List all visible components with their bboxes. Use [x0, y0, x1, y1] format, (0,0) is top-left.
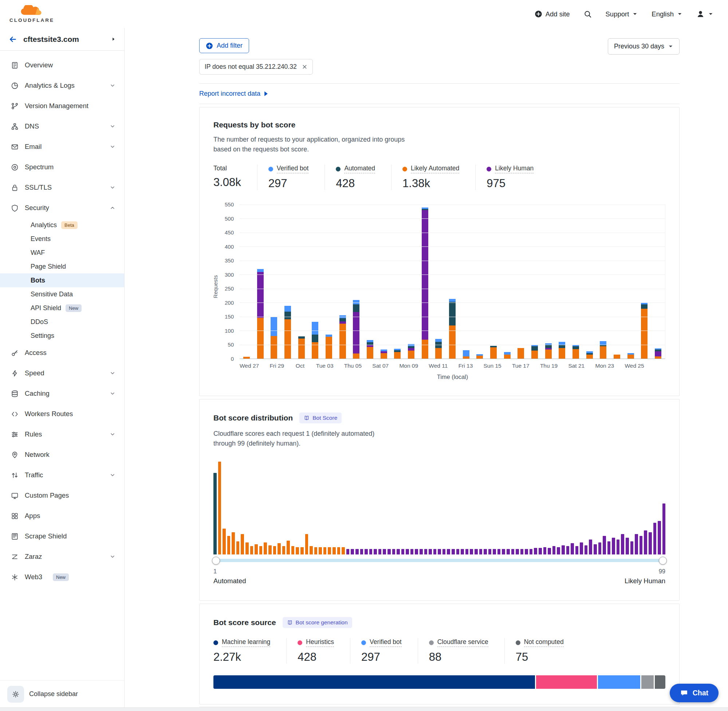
stat-label[interactable]: Automated	[344, 165, 375, 173]
sidebar-item-zaraz[interactable]: Zaraz	[0, 546, 124, 567]
stat-value: 297	[269, 177, 309, 190]
stat-label[interactable]: Verified bot	[277, 165, 309, 173]
histogram-bar	[456, 549, 459, 555]
sidebar-item-speed[interactable]: Speed	[0, 363, 124, 384]
sidebar-item-web3[interactable]: Web3New	[0, 567, 124, 587]
gridline	[240, 246, 665, 247]
sidebar-item-dns[interactable]: DNS	[0, 116, 124, 137]
stat-label[interactable]: Cloudflare service	[437, 638, 488, 647]
account-menu[interactable]	[696, 10, 713, 18]
apps-icon	[11, 512, 19, 520]
bar-segment-likely_automated	[600, 346, 606, 358]
histogram-bar	[250, 546, 254, 555]
sidebar-item-workers-routes[interactable]: Workers Routes	[0, 404, 124, 424]
sidebar-item-analytics[interactable]: AnalyticsBeta	[0, 218, 124, 232]
page-bottom-strip	[0, 707, 728, 711]
report-incorrect-data-link[interactable]: Report incorrect data	[199, 90, 268, 97]
sidebar-item-page-shield[interactable]: Page Shield	[0, 260, 124, 273]
sidebar-item-events[interactable]: Events	[0, 232, 124, 246]
chat-button[interactable]: Chat	[670, 684, 719, 702]
sidebar-item-rules[interactable]: Rules	[0, 424, 124, 444]
slider-right-caption: Likely Human	[625, 577, 665, 585]
close-icon[interactable]	[302, 64, 307, 69]
cloudflare-logo[interactable]: CLOUDFLARE	[9, 5, 54, 23]
sidebar-item-api-shield[interactable]: API ShieldNew	[0, 301, 124, 315]
add-site-button[interactable]: Add site	[535, 10, 570, 18]
chevron-right-icon[interactable]	[111, 36, 116, 42]
stacked-bar	[476, 205, 483, 358]
bar-segment-verified_bot	[435, 339, 442, 342]
sidebar-item-analytics-logs[interactable]: Analytics & Logs	[0, 75, 124, 96]
search-icon[interactable]	[584, 10, 592, 18]
sidebar-item-label: Workers Routes	[25, 410, 73, 418]
x-tick-label: Mon 09	[399, 363, 418, 369]
sidebar-item-network[interactable]: Network	[0, 444, 124, 465]
stat-label[interactable]: Likely Automated	[411, 165, 459, 173]
filter-chip[interactable]: IP does not equal 35.212.240.32	[199, 59, 313, 75]
stat-label[interactable]: Verified bot	[370, 638, 402, 647]
histogram-bar	[635, 534, 638, 555]
sidebar-item-waf[interactable]: WAF	[0, 246, 124, 260]
sidebar-item-label: Bots	[31, 277, 45, 284]
sidebar-item-security[interactable]: Security	[0, 198, 124, 218]
x-tick-label	[447, 363, 458, 369]
collapse-sidebar-button[interactable]: Collapse sidebar	[0, 680, 124, 707]
support-menu[interactable]: Support	[605, 10, 638, 18]
histogram-bar	[433, 549, 437, 555]
back-arrow-icon[interactable]	[9, 35, 17, 43]
language-menu[interactable]: English	[651, 10, 682, 18]
stat-value: 1.38k	[402, 177, 459, 190]
stat-label[interactable]: Likely Human	[495, 165, 533, 173]
histogram-bar	[360, 549, 363, 555]
sidebar-item-email[interactable]: Email	[0, 137, 124, 157]
sidebar-item-scrape-shield[interactable]: Scrape Shield	[0, 526, 124, 546]
bot-score-generation-doc-badge[interactable]: Bot score generation	[283, 617, 352, 628]
bar-segment-likely_automated	[284, 319, 291, 358]
sidebar-item-access[interactable]: Access	[0, 342, 124, 363]
gridline	[240, 289, 665, 289]
score-range-slider[interactable]	[213, 559, 665, 562]
bot-score-doc-badge[interactable]: Bot Score	[299, 413, 342, 423]
bar-slot	[624, 205, 638, 358]
bar-segment-verified_bot	[312, 322, 318, 335]
x-tick-label	[334, 363, 344, 369]
sidebar-item-version-management[interactable]: Version Management	[0, 96, 124, 116]
stacked-bar	[353, 205, 359, 358]
bar-segment-likely_automated	[422, 340, 428, 358]
chevron-down-icon	[109, 184, 115, 190]
x-tick-label	[655, 363, 665, 369]
sidebar-item-caching[interactable]: Caching	[0, 384, 124, 404]
bar-segment-likely_automated	[573, 349, 579, 358]
add-filter-button[interactable]: Add filter	[199, 38, 249, 53]
bar-slot	[542, 205, 555, 358]
bar-slot	[267, 205, 281, 358]
sidebar-item-sensitive-data[interactable]: Sensitive Data	[0, 287, 124, 301]
histogram-bar	[470, 549, 473, 555]
date-range-dropdown[interactable]: Previous 30 days	[608, 38, 679, 55]
date-range-label: Previous 30 days	[614, 43, 664, 50]
histogram-bar	[474, 549, 478, 555]
stat-label[interactable]: Heuristics	[306, 638, 334, 647]
sidebar-item-ddos[interactable]: DDoS	[0, 315, 124, 329]
sidebar-item-settings[interactable]: Settings	[0, 329, 124, 342]
stat-label[interactable]: Not computed	[524, 638, 564, 647]
sidebar-subgroup-security: AnalyticsBetaEventsWAFPage ShieldBotsSen…	[0, 218, 124, 342]
report-link-label: Report incorrect data	[199, 90, 260, 97]
stat-label[interactable]: Machine learning	[222, 638, 270, 647]
sidebar-item-spectrum[interactable]: Spectrum	[0, 157, 124, 177]
sidebar-item-apps[interactable]: Apps	[0, 506, 124, 526]
stacked-bar	[463, 205, 470, 358]
sidebar-item-label: Sensitive Data	[31, 291, 73, 298]
sidebar-item-traffic[interactable]: Traffic	[0, 465, 124, 485]
section-divider	[199, 707, 679, 707]
histogram-bar	[484, 549, 487, 555]
slider-handle-max[interactable]	[659, 557, 667, 565]
slider-handle-min[interactable]	[212, 557, 220, 565]
sidebar-item-ssl-tls[interactable]: SSL/TLS	[0, 177, 124, 198]
x-tick-label	[614, 363, 625, 369]
settings-gear-button[interactable]	[7, 686, 24, 703]
sidebar-item-bots[interactable]: Bots	[0, 273, 124, 287]
sidebar-item-custom-pages[interactable]: Custom Pages	[0, 485, 124, 506]
gridline	[240, 302, 665, 303]
sidebar-item-overview[interactable]: Overview	[0, 55, 124, 75]
